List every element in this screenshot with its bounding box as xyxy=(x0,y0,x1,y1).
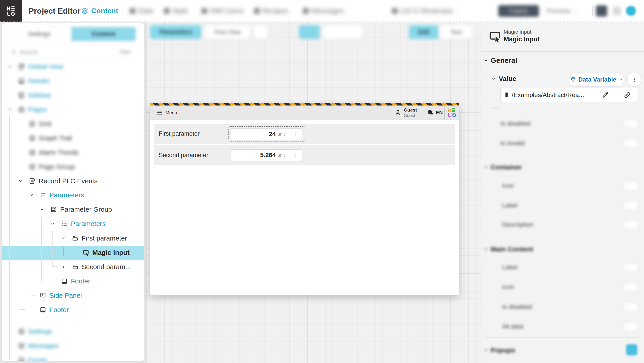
tree-item-footer-inner[interactable]: Footer xyxy=(2,275,144,288)
toggle-switch[interactable] xyxy=(623,283,638,292)
dashed-divider xyxy=(485,337,640,338)
layers-icon xyxy=(81,7,88,15)
link-binding-button[interactable] xyxy=(616,88,638,102)
helio-color-logo-icon xyxy=(447,108,457,118)
menu-label[interactable]: Menu xyxy=(166,106,177,120)
binding-mode-dropdown[interactable]: Data Variable xyxy=(569,73,624,86)
edit-mode-button[interactable]: Edit xyxy=(409,25,438,39)
tree-item-global-view[interactable]: Global View xyxy=(2,60,144,73)
tab-hmi-users[interactable]: HMI Users xyxy=(202,0,244,22)
tree-item-settings[interactable]: Settings xyxy=(2,325,144,338)
top-bar: Project Editor Content Data Style HMI Us… xyxy=(0,0,644,22)
tree-item-first-parameter[interactable]: First parameter xyxy=(2,232,144,244)
increment-button[interactable]: + xyxy=(288,128,302,140)
breadcrumb[interactable]: Parameters xyxy=(150,25,201,39)
property-label-2[interactable]: Label xyxy=(481,261,644,274)
property-is-disabled-2[interactable]: Is disabled xyxy=(481,301,644,313)
tab-style[interactable]: Style xyxy=(164,0,188,22)
tree-item-sidebar[interactable]: Sidebar xyxy=(2,89,144,102)
tree-item-footer-last[interactable]: Footer xyxy=(2,354,144,361)
search-input[interactable]: Search Filter xyxy=(7,46,136,58)
edit-binding-button[interactable] xyxy=(594,88,616,102)
section-container[interactable]: Container xyxy=(481,161,644,174)
toggle-switch[interactable] xyxy=(623,120,638,128)
tab-recipes[interactable]: Recipes xyxy=(254,0,288,22)
tree-item-pages[interactable]: Pages xyxy=(2,103,144,116)
property-icon-2[interactable]: Icon xyxy=(481,281,644,293)
tree-item-grid[interactable]: Grid xyxy=(2,118,144,130)
toggle-switch[interactable] xyxy=(623,322,638,331)
grid-view-button[interactable] xyxy=(596,5,607,16)
app-logo[interactable] xyxy=(0,0,22,22)
tree-item-parameter-group[interactable]: Parameter Group xyxy=(2,203,144,216)
stepper: − 5.264 unit + xyxy=(231,149,302,161)
section-general[interactable]: General xyxy=(481,54,644,66)
tab-data[interactable]: Data xyxy=(130,0,153,22)
tree-item-alarm-trends[interactable]: Alarm Trends xyxy=(2,146,144,159)
toggle-switch[interactable] xyxy=(623,220,638,229)
help-button[interactable] xyxy=(613,7,621,15)
view-selector[interactable]: First View xyxy=(204,25,251,39)
toggle-switch[interactable] xyxy=(623,139,638,148)
variable-path-field[interactable]: Ⅲ /Examples/Abstract/Rea... xyxy=(500,88,594,102)
toggle-switch[interactable] xyxy=(623,182,638,190)
section-popups[interactable]: Popups xyxy=(481,344,644,356)
toggle-switch[interactable] xyxy=(623,263,638,272)
property-alt-data[interactable]: Alt data xyxy=(481,320,644,333)
tab-messages[interactable]: Messages xyxy=(303,0,344,22)
chevron-down-icon xyxy=(618,77,623,82)
parameter-label: First parameter xyxy=(159,124,200,144)
decrement-button[interactable]: − xyxy=(231,128,245,140)
tree-item-graph-trail[interactable]: Graph Trail xyxy=(2,132,144,144)
content-mode-button[interactable]: Content xyxy=(71,27,136,41)
value-input[interactable]: 5.264 unit xyxy=(245,149,288,161)
settings-mode-button[interactable]: Settings xyxy=(7,27,71,41)
value-input[interactable]: 24 unit xyxy=(245,128,288,140)
kebab-menu-icon xyxy=(632,77,637,82)
messages-icon xyxy=(303,8,309,14)
tree-item-footer[interactable]: Footer xyxy=(2,304,144,316)
hamburger-menu-icon[interactable] xyxy=(156,110,163,116)
publish-button[interactable]: Publish xyxy=(498,5,539,17)
tab-content[interactable]: Content xyxy=(81,0,118,22)
property-description[interactable]: Description xyxy=(481,218,644,231)
toggle-switch[interactable] xyxy=(623,202,638,210)
property-icon[interactable]: Icon xyxy=(481,180,644,192)
tree-item-parameters[interactable]: Parameters xyxy=(2,189,144,202)
user-name[interactable]: Guest xyxy=(404,107,417,113)
increment-button[interactable]: + xyxy=(288,149,302,161)
tree-item-messages[interactable]: Messages xyxy=(2,340,144,352)
field-icon xyxy=(72,235,78,242)
language-code[interactable]: EN xyxy=(436,106,443,120)
link-icon xyxy=(624,92,631,98)
tree-item-magic-input[interactable]: Magic Input xyxy=(2,246,144,259)
property-is-disabled[interactable]: Is disabled xyxy=(481,117,644,130)
design-canvas[interactable]: Parameters First View Edit Test Menu Gue… xyxy=(146,22,480,363)
preview-button[interactable]: Preview xyxy=(546,0,578,22)
add-view-button[interactable] xyxy=(254,25,268,39)
decrement-button[interactable]: − xyxy=(231,149,245,161)
chevron-down-icon xyxy=(484,348,488,353)
parameter-row-second: Second parameter − 5.264 unit + xyxy=(154,145,455,165)
section-main-content[interactable]: Main Content xyxy=(481,243,644,256)
zoom-fit-button[interactable] xyxy=(299,25,320,39)
zoom-controls[interactable] xyxy=(323,25,362,39)
more-options-button[interactable] xyxy=(628,73,641,86)
tree-item-page-group[interactable]: Page Group xyxy=(2,160,144,173)
tree-item-second-parameter[interactable]: Second param... xyxy=(2,261,144,273)
view-icon xyxy=(18,63,25,70)
project-dropdown[interactable]: LIO 5 Showcase xyxy=(392,0,460,22)
property-guide-elbow xyxy=(493,107,498,108)
test-mode-button[interactable]: Test xyxy=(440,25,472,39)
tree-item-record-plc-events[interactable]: Record PLC Events xyxy=(2,175,144,187)
user-avatar[interactable] xyxy=(626,6,636,16)
tree-item-side-panel[interactable]: Side Panel xyxy=(2,289,144,302)
toggle-switch[interactable] xyxy=(623,303,638,311)
ruler-ticks xyxy=(0,22,644,22)
property-label[interactable]: Label xyxy=(481,199,644,212)
chevron-down-icon xyxy=(484,247,488,252)
tree-item-header[interactable]: Header xyxy=(2,75,144,87)
tree-item-parameters-inner[interactable]: Parameters xyxy=(2,218,144,230)
property-is-invalid[interactable]: Is invalid xyxy=(481,137,644,150)
popups-active-toggle[interactable] xyxy=(626,344,637,356)
